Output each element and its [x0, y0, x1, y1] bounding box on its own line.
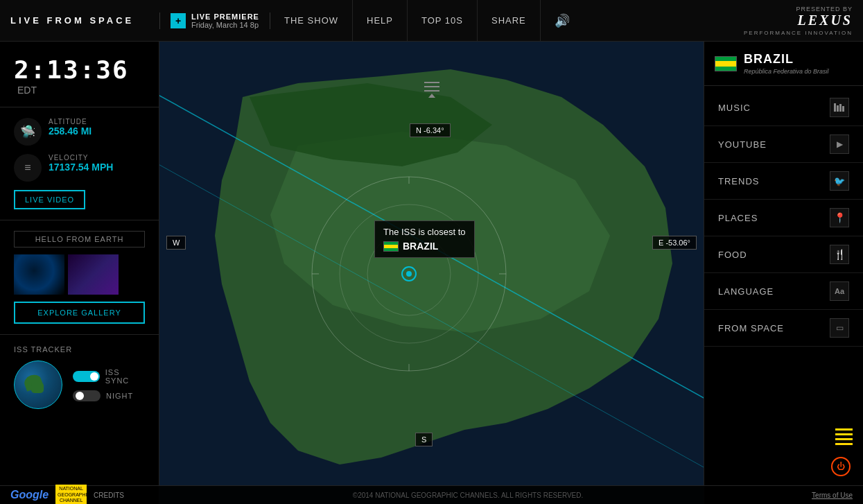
- sound-icon: 🔊: [555, 13, 570, 28]
- bottom-logos: Google NATIONAL GEOGRAPHIC CHANNEL CREDI…: [10, 485, 124, 504]
- nav-share[interactable]: SHARE: [478, 0, 541, 42]
- country-name: BRAZIL: [744, 52, 829, 67]
- trends-label: TRENDS: [718, 176, 759, 186]
- night-toggle[interactable]: [73, 390, 101, 401]
- svg-rect-15: [842, 106, 844, 112]
- velocity-value: 17137.54 MPH: [49, 162, 113, 173]
- terms-link[interactable]: Terms of Use: [812, 492, 853, 499]
- menu-item-trends[interactable]: TRENDS 🐦: [704, 163, 863, 200]
- iss-popup-country-name: BRAZIL: [403, 241, 438, 252]
- gallery-title: HELLO FROM EARTH: [14, 231, 145, 247]
- timer-unit: EDT: [17, 85, 37, 96]
- live-premiere-icon: +: [171, 13, 186, 28]
- google-logo: Google: [10, 489, 49, 501]
- trends-icon: 🐦: [830, 171, 849, 191]
- globe-display: [14, 360, 62, 409]
- iss-sync-toggle-row: ISS SYNC: [73, 368, 145, 385]
- live-premiere-label: LIVE PREMIERE: [191, 12, 259, 21]
- music-label: MUSIC: [718, 103, 751, 113]
- east-marker: E -53.06°: [652, 236, 697, 250]
- places-icon: 📍: [830, 208, 849, 227]
- iss-tracker-title: ISS TRACKER: [14, 345, 145, 354]
- map-area[interactable]: N -6.34° S W E -53.06° The ISS is closes…: [159, 42, 704, 504]
- timer-section: 2:13:36 EDT: [0, 42, 159, 107]
- svg-rect-14: [839, 104, 842, 112]
- ng-logo: NATIONAL GEOGRAPHIC CHANNEL: [55, 485, 87, 504]
- youtube-icon: ▶: [830, 134, 849, 154]
- menu-item-youtube[interactable]: YOUTUBE ▶: [704, 126, 863, 163]
- north-marker: N -6.34°: [410, 123, 450, 137]
- presented-by-text: PRESENTED BY: [744, 6, 853, 12]
- country-flag-large: [715, 56, 737, 71]
- menu-item-language[interactable]: LANGUAGE Aa: [704, 273, 863, 310]
- lexus-tagline: PERFORMANCE INNOVATION: [744, 30, 853, 36]
- youtube-label: YOUTUBE: [718, 139, 767, 150]
- country-header: BRAZIL República Federativa do Brasil: [704, 42, 863, 86]
- country-subtitle: República Federativa do Brasil: [744, 68, 829, 75]
- power-button[interactable]: ⏻: [831, 457, 851, 476]
- west-marker: W: [166, 236, 186, 250]
- hamburger-menu[interactable]: [835, 428, 853, 445]
- menu-item-from-space[interactable]: FROM SPACE ▭: [704, 310, 863, 347]
- explore-gallery-button[interactable]: EXPLORE GALLERY: [14, 302, 145, 324]
- velocity-icon: ≡: [14, 154, 42, 182]
- bottom-bar: Google NATIONAL GEOGRAPHIC CHANNEL CREDI…: [0, 485, 863, 504]
- map-expand-icon[interactable]: [428, 94, 435, 98]
- live-premiere-text: LIVE PREMIERE Friday, March 14 8p: [191, 12, 259, 29]
- iss-sync-label: ISS SYNC: [105, 368, 145, 385]
- right-panel: BRAZIL República Federativa do Brasil MU…: [704, 42, 863, 504]
- places-label: PLACES: [718, 213, 758, 223]
- night-toggle-row: NIGHT: [73, 390, 145, 401]
- nav: THE SHOW HELP TOP 10s SHARE 🔊: [270, 0, 733, 42]
- music-icon: [830, 98, 849, 117]
- live-video-button[interactable]: LIVE VIDEO: [14, 190, 85, 209]
- altitude-row: 🛸 ALTITUDE 258.46 MI: [14, 118, 145, 146]
- stats-section: 🛸 ALTITUDE 258.46 MI ≡ VELOCITY 17137.54…: [0, 107, 159, 220]
- iss-sync-toggle[interactable]: [73, 371, 100, 382]
- lexus-logo: LEXUS: [744, 12, 853, 28]
- country-info: BRAZIL República Federativa do Brasil: [744, 52, 829, 75]
- svg-point-11: [406, 271, 412, 277]
- logo-text: LIVE FROM SPACE: [10, 15, 134, 26]
- nav-the-show[interactable]: THE SHOW: [270, 0, 353, 42]
- nav-help[interactable]: HELP: [353, 0, 408, 42]
- from-space-label: FROM SPACE: [718, 323, 784, 333]
- logo-area: LIVE FROM SPACE: [0, 15, 159, 26]
- iss-popup: The ISS is closest to BRAZIL: [374, 220, 475, 258]
- map-menu-icon[interactable]: [424, 82, 439, 92]
- brazil-flag-popup: [383, 241, 399, 252]
- food-label: FOOD: [718, 250, 747, 260]
- altitude-icon: 🛸: [14, 118, 42, 146]
- timer-display: 2:13:36: [14, 55, 129, 84]
- gallery-thumb-2[interactable]: [68, 254, 119, 295]
- credits-link[interactable]: CREDITS: [94, 492, 124, 499]
- nav-top10s[interactable]: TOP 10s: [408, 0, 478, 42]
- from-space-icon: ▭: [830, 318, 849, 338]
- iss-tracker-section: ISS TRACKER ISS SYNC NIGHT: [0, 335, 159, 419]
- menu-item-food[interactable]: FOOD 🍴: [704, 236, 863, 273]
- altitude-info: ALTITUDE 258.46 MI: [49, 118, 91, 137]
- lexus-area: PRESENTED BY LEXUS PERFORMANCE INNOVATIO…: [733, 6, 863, 36]
- iss-popup-text: The ISS is closest to: [383, 227, 466, 237]
- night-label: NIGHT: [106, 392, 133, 400]
- gallery-thumb-1[interactable]: [14, 254, 64, 295]
- south-marker: S: [415, 433, 433, 446]
- header: LIVE FROM SPACE + LIVE PREMIERE Friday, …: [0, 0, 863, 42]
- velocity-info: VELOCITY 17137.54 MPH: [49, 154, 113, 173]
- velocity-row: ≡ VELOCITY 17137.54 MPH: [14, 154, 145, 182]
- food-icon: 🍴: [830, 245, 849, 264]
- sound-button[interactable]: 🔊: [541, 0, 584, 42]
- altitude-label: ALTITUDE: [49, 118, 91, 125]
- gallery-images: [14, 254, 145, 295]
- svg-rect-12: [834, 103, 836, 112]
- right-menu: MUSIC YOUTUBE ▶ TRENDS 🐦 PLACES 📍 FOOD 🍴: [704, 86, 863, 350]
- velocity-label: VELOCITY: [49, 154, 113, 162]
- left-panel: 2:13:36 EDT 🛸 ALTITUDE 258.46 MI ≡ VELOC…: [0, 42, 159, 504]
- copyright-text: ©2014 NATIONAL GEOGRAPHIC CHANNELS. ALL …: [353, 492, 583, 499]
- live-premiere-section[interactable]: + LIVE PREMIERE Friday, March 14 8p: [159, 12, 270, 29]
- language-label: LANGUAGE: [718, 286, 774, 297]
- language-icon: Aa: [830, 281, 849, 301]
- svg-rect-13: [837, 105, 839, 112]
- menu-item-music[interactable]: MUSIC: [704, 89, 863, 126]
- menu-item-places[interactable]: PLACES 📍: [704, 200, 863, 236]
